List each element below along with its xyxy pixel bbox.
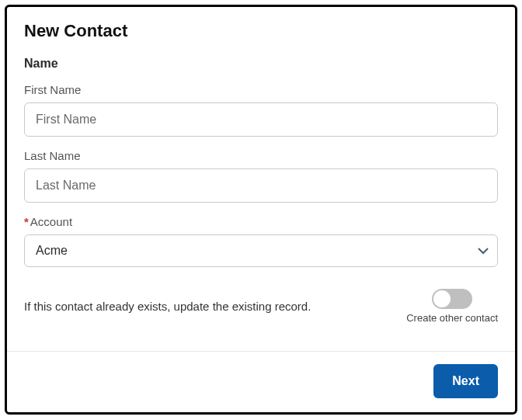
- dialog-title: New Contact: [24, 21, 498, 41]
- account-select[interactable]: Acme: [24, 234, 498, 267]
- account-label-text: Account: [30, 215, 72, 228]
- toggle-knob-icon: [433, 290, 451, 307]
- account-label: *Account: [24, 215, 498, 228]
- account-field: *Account Acme: [24, 215, 498, 267]
- first-name-field: First Name: [24, 83, 498, 137]
- dialog-content: New Contact Name First Name Last Name *A…: [7, 7, 515, 351]
- section-name-label: Name: [24, 57, 498, 71]
- update-existing-row: If this contact already exists, update t…: [24, 289, 498, 324]
- new-contact-dialog: New Contact Name First Name Last Name *A…: [5, 5, 517, 415]
- required-asterisk-icon: *: [24, 215, 29, 228]
- account-select-wrap: Acme: [24, 234, 498, 267]
- dialog-footer: Next: [7, 351, 515, 412]
- create-other-toggle-block: Create other contact: [406, 289, 498, 324]
- last-name-label: Last Name: [24, 149, 498, 162]
- account-select-value: Acme: [36, 244, 68, 258]
- first-name-input[interactable]: [24, 102, 498, 137]
- last-name-field: Last Name: [24, 149, 498, 203]
- next-button[interactable]: Next: [433, 364, 498, 398]
- update-existing-helper: If this contact already exists, update t…: [24, 300, 311, 313]
- create-other-toggle[interactable]: [432, 289, 472, 309]
- last-name-input[interactable]: [24, 168, 498, 203]
- first-name-label: First Name: [24, 83, 498, 96]
- create-other-toggle-label: Create other contact: [406, 312, 498, 324]
